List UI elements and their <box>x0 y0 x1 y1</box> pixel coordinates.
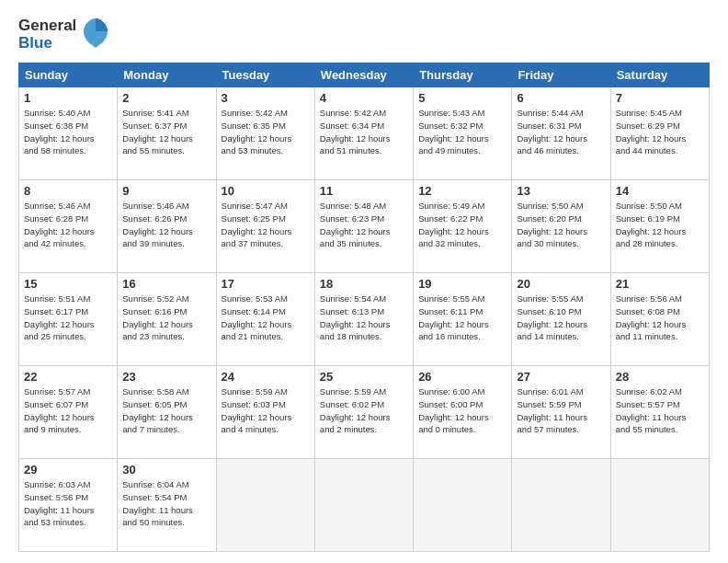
logo-bird-icon <box>82 17 109 53</box>
day-number: 20 <box>517 277 605 291</box>
day-info: Sunrise: 5:50 AMSunset: 6:20 PMDaylight:… <box>517 200 605 250</box>
day-number: 30 <box>122 463 210 477</box>
calendar-cell: 18Sunrise: 5:54 AMSunset: 6:13 PMDayligh… <box>314 273 413 366</box>
calendar-cell: 4Sunrise: 5:42 AMSunset: 6:34 PMDaylight… <box>314 87 413 180</box>
day-info: Sunrise: 6:04 AMSunset: 5:54 PMDaylight:… <box>122 478 210 529</box>
calendar-cell: 6Sunrise: 5:44 AMSunset: 6:31 PMDaylight… <box>512 87 610 180</box>
calendar-cell <box>314 459 413 552</box>
day-info: Sunrise: 5:45 AMSunset: 6:29 PMDaylight:… <box>616 107 704 157</box>
day-number: 1 <box>24 91 112 105</box>
day-number: 10 <box>222 184 310 198</box>
calendar-cell: 7Sunrise: 5:45 AMSunset: 6:29 PMDaylight… <box>610 87 709 180</box>
day-info: Sunrise: 5:42 AMSunset: 6:34 PMDaylight:… <box>320 107 408 157</box>
calendar-cell: 19Sunrise: 5:55 AMSunset: 6:11 PMDayligh… <box>414 273 512 366</box>
calendar-cell: 12Sunrise: 5:49 AMSunset: 6:22 PMDayligh… <box>414 180 512 273</box>
day-number: 9 <box>122 184 210 198</box>
calendar-cell: 8Sunrise: 5:46 AMSunset: 6:28 PMDaylight… <box>19 180 118 273</box>
logo-blue: Blue <box>18 35 76 52</box>
day-info: Sunrise: 5:48 AMSunset: 6:23 PMDaylight:… <box>320 200 408 250</box>
calendar-cell: 1Sunrise: 5:40 AMSunset: 6:38 PMDaylight… <box>19 87 118 180</box>
calendar-cell: 22Sunrise: 5:57 AMSunset: 6:07 PMDayligh… <box>19 366 118 459</box>
day-number: 17 <box>222 277 310 291</box>
day-number: 5 <box>418 91 506 105</box>
logo-general: General <box>18 17 76 35</box>
day-info: Sunrise: 5:56 AMSunset: 6:08 PMDaylight:… <box>616 293 704 343</box>
calendar-cell: 9Sunrise: 5:46 AMSunset: 6:26 PMDaylight… <box>118 180 216 273</box>
day-number: 6 <box>517 91 605 105</box>
calendar-cell: 24Sunrise: 5:59 AMSunset: 6:03 PMDayligh… <box>216 366 314 459</box>
day-number: 11 <box>320 184 408 198</box>
day-info: Sunrise: 5:58 AMSunset: 6:05 PMDaylight:… <box>122 385 210 436</box>
calendar-table: SundayMondayTuesdayWednesdayThursdayFrid… <box>18 63 710 552</box>
calendar-cell: 3Sunrise: 5:42 AMSunset: 6:35 PMDaylight… <box>216 87 314 180</box>
calendar-cell: 27Sunrise: 6:01 AMSunset: 5:59 PMDayligh… <box>512 366 610 459</box>
day-info: Sunrise: 5:55 AMSunset: 6:10 PMDaylight:… <box>517 293 605 343</box>
day-info: Sunrise: 5:54 AMSunset: 6:13 PMDaylight:… <box>320 293 408 343</box>
col-header-sunday: Sunday <box>19 63 118 87</box>
day-info: Sunrise: 5:59 AMSunset: 6:03 PMDaylight:… <box>222 385 310 436</box>
calendar-cell: 17Sunrise: 5:53 AMSunset: 6:14 PMDayligh… <box>216 273 314 366</box>
col-header-thursday: Thursday <box>414 63 512 87</box>
calendar-cell <box>414 459 512 552</box>
day-number: 12 <box>418 184 506 198</box>
calendar-cell: 16Sunrise: 5:52 AMSunset: 6:16 PMDayligh… <box>118 273 216 366</box>
day-number: 24 <box>222 370 310 384</box>
day-number: 23 <box>122 370 210 384</box>
day-info: Sunrise: 5:44 AMSunset: 6:31 PMDaylight:… <box>517 107 605 157</box>
logo: General Blue <box>18 17 109 53</box>
day-number: 7 <box>616 91 704 105</box>
day-info: Sunrise: 6:01 AMSunset: 5:59 PMDaylight:… <box>517 385 605 436</box>
day-number: 4 <box>320 91 408 105</box>
day-number: 15 <box>24 277 112 291</box>
calendar-cell: 20Sunrise: 5:55 AMSunset: 6:10 PMDayligh… <box>512 273 610 366</box>
day-info: Sunrise: 6:03 AMSunset: 5:56 PMDaylight:… <box>24 478 112 529</box>
calendar-cell <box>610 459 709 552</box>
day-number: 19 <box>418 277 506 291</box>
day-number: 27 <box>517 370 605 384</box>
calendar-cell <box>512 459 610 552</box>
col-header-monday: Monday <box>118 63 216 87</box>
day-info: Sunrise: 5:47 AMSunset: 6:25 PMDaylight:… <box>222 200 310 250</box>
calendar-cell: 30Sunrise: 6:04 AMSunset: 5:54 PMDayligh… <box>118 459 216 552</box>
day-info: Sunrise: 5:55 AMSunset: 6:11 PMDaylight:… <box>418 293 506 343</box>
day-info: Sunrise: 5:46 AMSunset: 6:28 PMDaylight:… <box>24 200 112 250</box>
calendar-cell: 29Sunrise: 6:03 AMSunset: 5:56 PMDayligh… <box>19 459 118 552</box>
day-info: Sunrise: 6:00 AMSunset: 6:00 PMDaylight:… <box>418 385 506 436</box>
day-number: 2 <box>122 91 210 105</box>
day-info: Sunrise: 5:42 AMSunset: 6:35 PMDaylight:… <box>222 107 310 157</box>
col-header-wednesday: Wednesday <box>314 63 413 87</box>
day-info: Sunrise: 5:50 AMSunset: 6:19 PMDaylight:… <box>616 200 704 250</box>
calendar-cell <box>216 459 314 552</box>
calendar-cell: 23Sunrise: 5:58 AMSunset: 6:05 PMDayligh… <box>118 366 216 459</box>
day-number: 18 <box>320 277 408 291</box>
calendar-cell: 21Sunrise: 5:56 AMSunset: 6:08 PMDayligh… <box>610 273 709 366</box>
calendar-cell: 25Sunrise: 5:59 AMSunset: 6:02 PMDayligh… <box>314 366 413 459</box>
day-info: Sunrise: 5:59 AMSunset: 6:02 PMDaylight:… <box>320 385 408 436</box>
day-number: 22 <box>24 370 112 384</box>
day-number: 21 <box>616 277 704 291</box>
col-header-tuesday: Tuesday <box>216 63 314 87</box>
day-info: Sunrise: 5:51 AMSunset: 6:17 PMDaylight:… <box>24 293 112 343</box>
calendar-cell: 15Sunrise: 5:51 AMSunset: 6:17 PMDayligh… <box>19 273 118 366</box>
calendar-cell: 11Sunrise: 5:48 AMSunset: 6:23 PMDayligh… <box>314 180 413 273</box>
calendar-cell: 10Sunrise: 5:47 AMSunset: 6:25 PMDayligh… <box>216 180 314 273</box>
day-info: Sunrise: 5:49 AMSunset: 6:22 PMDaylight:… <box>418 200 506 250</box>
day-number: 16 <box>122 277 210 291</box>
header: General Blue <box>18 17 710 53</box>
day-info: Sunrise: 5:40 AMSunset: 6:38 PMDaylight:… <box>24 107 112 157</box>
day-number: 3 <box>222 91 310 105</box>
day-number: 14 <box>616 184 704 198</box>
day-info: Sunrise: 5:46 AMSunset: 6:26 PMDaylight:… <box>122 200 210 250</box>
page: General Blue SundayMondayTuesdayWednesda… <box>0 0 728 563</box>
day-number: 26 <box>418 370 506 384</box>
day-number: 8 <box>24 184 112 198</box>
day-info: Sunrise: 5:53 AMSunset: 6:14 PMDaylight:… <box>222 293 310 343</box>
col-header-friday: Friday <box>512 63 610 87</box>
day-number: 25 <box>320 370 408 384</box>
calendar-cell: 26Sunrise: 6:00 AMSunset: 6:00 PMDayligh… <box>414 366 512 459</box>
day-number: 28 <box>616 370 704 384</box>
day-info: Sunrise: 5:41 AMSunset: 6:37 PMDaylight:… <box>122 107 210 157</box>
col-header-saturday: Saturday <box>610 63 709 87</box>
calendar-cell: 28Sunrise: 6:02 AMSunset: 5:57 PMDayligh… <box>610 366 709 459</box>
day-info: Sunrise: 5:52 AMSunset: 6:16 PMDaylight:… <box>122 293 210 343</box>
